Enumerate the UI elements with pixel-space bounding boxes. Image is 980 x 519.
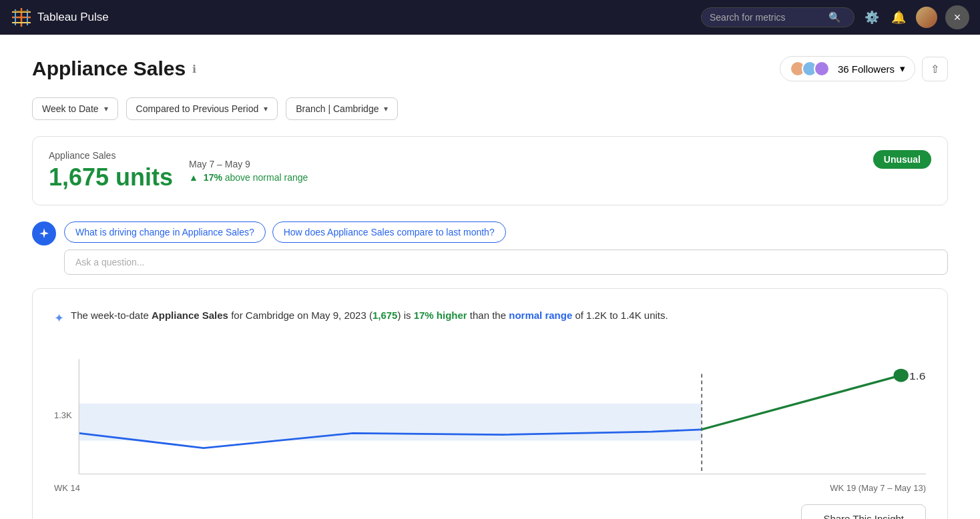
filter-week-chevron-icon: ▾: [104, 104, 108, 113]
nav-left: Tableau Pulse: [11, 7, 109, 28]
settings-icon[interactable]: ⚙️: [863, 8, 881, 27]
filter-compared-chevron-icon: ▾: [264, 104, 268, 113]
search-icon: 🔍: [828, 11, 841, 23]
ai-questions-area: What is driving change in Appliance Sale…: [64, 221, 948, 275]
metric-change-pct: 17%: [204, 172, 222, 183]
insight-text: ✦ The week-to-date Appliance Sales for C…: [54, 308, 926, 328]
chart-section: ✦ The week-to-date Appliance Sales for C…: [32, 288, 948, 519]
metric-card: Appliance Sales 1,675 units May 7 – May …: [32, 136, 948, 205]
insight-pct: 17% higher: [414, 310, 467, 321]
share-insight-button[interactable]: Share This Insight: [801, 504, 926, 519]
filter-compared-period[interactable]: Compared to Previous Period ▾: [126, 97, 278, 120]
highlight-line: [702, 375, 901, 429]
top-navbar: Tableau Pulse 🔍 ⚙️ 🔔 ×: [0, 0, 980, 35]
x-label-wk19: WK 19 (May 7 – May 13): [830, 483, 926, 493]
insight-metric-bold: Appliance Sales: [152, 310, 228, 321]
chart-y-label: 1.3K: [54, 410, 72, 420]
ai-section: What is driving change in Appliance Sale…: [32, 221, 948, 275]
follower-avatars: [790, 61, 830, 77]
share-header-button[interactable]: ⇧: [922, 57, 948, 81]
ai-chips-row: What is driving change in Appliance Sale…: [64, 221, 948, 243]
main-content: Appliance Sales ℹ 36 Followers ▾ ⇧ Week …: [0, 35, 980, 519]
filter-branch-label: Branch | Cambridge: [296, 103, 379, 114]
app-title: Tableau Pulse: [37, 11, 109, 24]
chart-container: 1.3K 1.6K WK 14: [54, 344, 926, 491]
info-icon[interactable]: ℹ: [192, 63, 196, 75]
notification-icon[interactable]: 🔔: [889, 8, 908, 27]
filter-branch[interactable]: Branch | Cambridge ▾: [286, 97, 398, 120]
search-box[interactable]: 🔍: [701, 7, 854, 27]
chart-svg: 1.6K: [54, 344, 926, 478]
filter-branch-chevron-icon: ▾: [384, 104, 388, 113]
x-label-wk14: WK 14: [54, 483, 80, 493]
filter-week-to-date[interactable]: Week to Date ▾: [32, 97, 118, 120]
ai-chip-1[interactable]: What is driving change in Appliance Sale…: [64, 221, 266, 243]
insight-spark-icon: ✦: [54, 309, 64, 328]
insight-normal-range: normal range: [509, 310, 572, 321]
close-icon: ×: [954, 11, 961, 25]
nav-right: 🔍 ⚙️ 🔔 ×: [701, 5, 969, 29]
ask-question-input[interactable]: Ask a question...: [64, 249, 948, 275]
close-button[interactable]: ×: [945, 5, 969, 29]
ai-icon-button[interactable]: [32, 221, 56, 245]
tableau-logo-icon: [11, 7, 32, 28]
metric-change: ▲ 17% above normal range: [189, 172, 308, 183]
user-avatar[interactable]: [916, 7, 937, 28]
highlight-dot: [893, 368, 908, 382]
metric-value: 1,675 units: [49, 163, 173, 191]
unusual-badge: Unusual: [873, 150, 931, 169]
followers-area: 36 Followers ▾ ⇧: [780, 56, 948, 81]
filter-week-label: Week to Date: [42, 103, 99, 114]
ai-chip-2[interactable]: How does Appliance Sales compare to last…: [272, 221, 506, 243]
filter-bar: Week to Date ▾ Compared to Previous Peri…: [32, 97, 948, 120]
search-input[interactable]: [710, 12, 823, 23]
normal-range-band: [79, 404, 702, 441]
metric-date: May 7 – May 9: [189, 159, 308, 169]
up-arrow-icon: ▲: [189, 172, 198, 183]
metric-label: Appliance Sales: [49, 150, 173, 161]
insight-body: The week-to-date Appliance Sales for Cam…: [71, 308, 668, 324]
title-row: Appliance Sales ℹ: [32, 57, 196, 80]
metric-main: Appliance Sales 1,675 units May 7 – May …: [49, 150, 308, 191]
followers-count-label: 36 Followers: [838, 63, 895, 75]
followers-button[interactable]: 36 Followers ▾: [780, 56, 915, 81]
filter-compared-label: Compared to Previous Period: [136, 103, 259, 114]
share-icon: ⇧: [931, 63, 939, 75]
chart-value-label: 1.6K: [909, 370, 926, 382]
page-title: Appliance Sales: [32, 57, 186, 80]
insight-value: 1,675: [373, 310, 398, 321]
metric-date-range: May 7 – May 9 ▲ 17% above normal range: [189, 159, 308, 183]
page-header: Appliance Sales ℹ 36 Followers ▾ ⇧: [32, 56, 948, 81]
chart-x-labels: WK 14 WK 19 (May 7 – May 13): [54, 480, 926, 493]
sparkle-icon: [38, 227, 50, 239]
metric-left: Appliance Sales 1,675 units: [49, 150, 173, 191]
followers-chevron-icon: ▾: [900, 63, 905, 75]
metric-change-text: above normal range: [225, 172, 308, 183]
follower-avatar-3: [814, 61, 830, 77]
